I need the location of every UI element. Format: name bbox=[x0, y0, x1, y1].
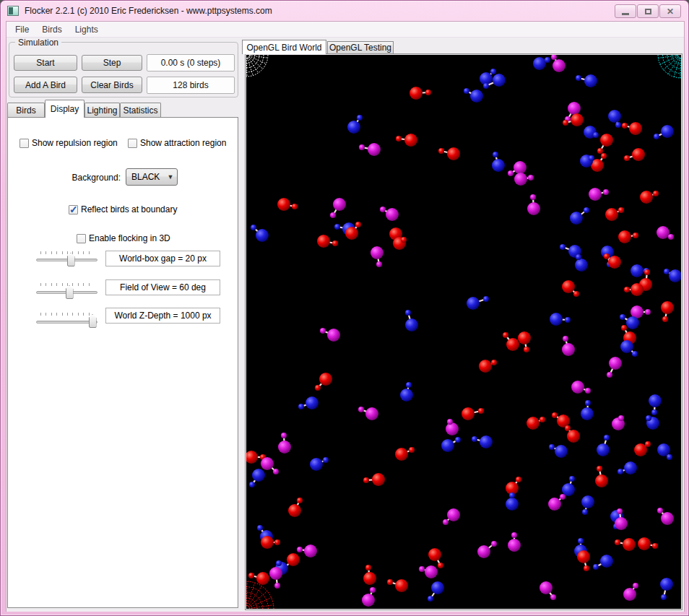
bird bbox=[620, 340, 638, 357]
fov-slider-thumb[interactable] bbox=[66, 285, 74, 299]
tab-statistics[interactable]: Statistics bbox=[120, 103, 161, 118]
simulation-group-label: Simulation bbox=[15, 38, 61, 48]
menu-file[interactable]: File bbox=[9, 22, 35, 37]
bird bbox=[330, 198, 346, 218]
bird bbox=[562, 336, 575, 356]
bird bbox=[393, 237, 407, 250]
bird bbox=[472, 435, 493, 448]
step-button[interactable]: Step bbox=[82, 55, 142, 71]
bird bbox=[595, 466, 608, 487]
bird bbox=[549, 444, 568, 458]
bird bbox=[622, 122, 642, 135]
worldbox-gap-value: World-box gap = 20 px bbox=[105, 251, 220, 266]
opengl-bird-world-canvas[interactable] bbox=[246, 55, 681, 609]
bird bbox=[607, 357, 622, 378]
zdepth-slider-ticks bbox=[40, 313, 94, 316]
bird bbox=[315, 373, 332, 391]
bird bbox=[514, 173, 534, 186]
bird bbox=[581, 400, 594, 420]
bird bbox=[428, 581, 444, 602]
zdepth-slider-track[interactable] bbox=[36, 321, 98, 324]
tab-display[interactable]: Display bbox=[45, 100, 84, 118]
bird bbox=[551, 55, 566, 72]
background-label: Background: bbox=[51, 173, 121, 183]
bird bbox=[419, 565, 438, 578]
bird bbox=[310, 457, 329, 471]
bird bbox=[477, 541, 497, 558]
zdepth-slider-thumb[interactable] bbox=[89, 314, 97, 328]
corner-wireframe-sphere bbox=[658, 55, 681, 78]
tab-lighting[interactable]: Lighting bbox=[84, 103, 120, 118]
worldbox-gap-slider-ticks bbox=[40, 251, 94, 254]
bird bbox=[623, 583, 638, 601]
bird bbox=[548, 494, 566, 511]
bird bbox=[380, 207, 399, 221]
bird bbox=[634, 441, 651, 456]
bird bbox=[317, 235, 338, 248]
tab-opengl-testing[interactable]: OpenGL Testing bbox=[327, 41, 394, 54]
bird bbox=[462, 407, 484, 420]
bird bbox=[508, 532, 521, 552]
maximize-icon bbox=[645, 9, 651, 14]
bird bbox=[527, 194, 540, 215]
window-controls: ✕ bbox=[614, 4, 681, 18]
close-button[interactable]: ✕ bbox=[659, 4, 681, 18]
bird bbox=[618, 461, 637, 474]
bird bbox=[251, 225, 269, 242]
bird bbox=[615, 538, 636, 551]
fov-slider-ticks bbox=[40, 283, 94, 286]
app-window: Flocker 2.2.1 (c) 2010 Eric Fredericksen… bbox=[0, 0, 689, 616]
corner-wireframe-sphere bbox=[246, 55, 268, 77]
bird bbox=[562, 476, 575, 496]
bird bbox=[363, 565, 376, 585]
bird bbox=[492, 152, 505, 172]
bird bbox=[400, 382, 413, 402]
title-bar[interactable]: Flocker 2.2.1 (c) 2010 Eric Fredericksen… bbox=[1, 1, 688, 21]
bird bbox=[410, 87, 431, 100]
bird bbox=[550, 313, 571, 326]
bird bbox=[576, 74, 597, 87]
bird bbox=[320, 328, 340, 342]
bird bbox=[446, 419, 459, 435]
bird bbox=[298, 396, 318, 409]
bird bbox=[464, 88, 483, 103]
minimize-icon bbox=[622, 13, 629, 15]
close-icon: ✕ bbox=[667, 7, 674, 16]
reflect-boundary-checkbox[interactable] bbox=[69, 205, 78, 214]
time-display: 0.00 s (0 steps) bbox=[147, 54, 235, 71]
bird bbox=[479, 360, 497, 373]
bird bbox=[347, 115, 363, 134]
menu-bar: File Birds Lights bbox=[6, 22, 684, 38]
tab-opengl-bird-world[interactable]: OpenGL Bird World bbox=[242, 40, 326, 54]
add-bird-button[interactable]: Add A Bird bbox=[14, 77, 77, 93]
show-repulsion-label: Show repulsion region bbox=[32, 138, 118, 148]
menu-birds[interactable]: Birds bbox=[35, 22, 68, 37]
background-dropdown[interactable]: BLACK ▼ bbox=[126, 168, 178, 186]
tab-birds[interactable]: Birds bbox=[7, 103, 45, 118]
menu-lights[interactable]: Lights bbox=[69, 22, 105, 37]
maximize-button[interactable] bbox=[637, 4, 659, 18]
minimize-button[interactable] bbox=[615, 4, 636, 18]
start-button[interactable]: Start bbox=[14, 55, 77, 71]
clear-birds-button[interactable]: Clear Birds bbox=[82, 77, 142, 93]
show-attraction-label: Show attraction region bbox=[140, 138, 226, 148]
bird bbox=[518, 331, 531, 352]
show-repulsion-checkbox[interactable] bbox=[20, 139, 29, 148]
bird bbox=[640, 191, 659, 204]
bird bbox=[248, 572, 269, 585]
bird bbox=[646, 415, 659, 430]
bird bbox=[395, 447, 415, 461]
bird bbox=[656, 226, 674, 240]
bird bbox=[278, 433, 291, 454]
simulation-groupbox: Simulation Start Step 0.00 s (0 steps) A… bbox=[9, 42, 238, 97]
show-attraction-checkbox[interactable] bbox=[128, 139, 137, 148]
bird bbox=[526, 417, 545, 430]
flocking-3d-label: Enable flocking in 3D bbox=[89, 233, 170, 243]
window-content: File Birds Lights Simulation Start Step … bbox=[6, 21, 685, 612]
worldbox-gap-slider-thumb[interactable] bbox=[67, 253, 75, 266]
flocking-3d-checkbox[interactable] bbox=[77, 234, 86, 243]
chevron-down-icon: ▼ bbox=[164, 173, 177, 181]
bird bbox=[533, 57, 550, 70]
bird bbox=[649, 394, 662, 415]
opengl-viewport-frame bbox=[245, 53, 682, 610]
